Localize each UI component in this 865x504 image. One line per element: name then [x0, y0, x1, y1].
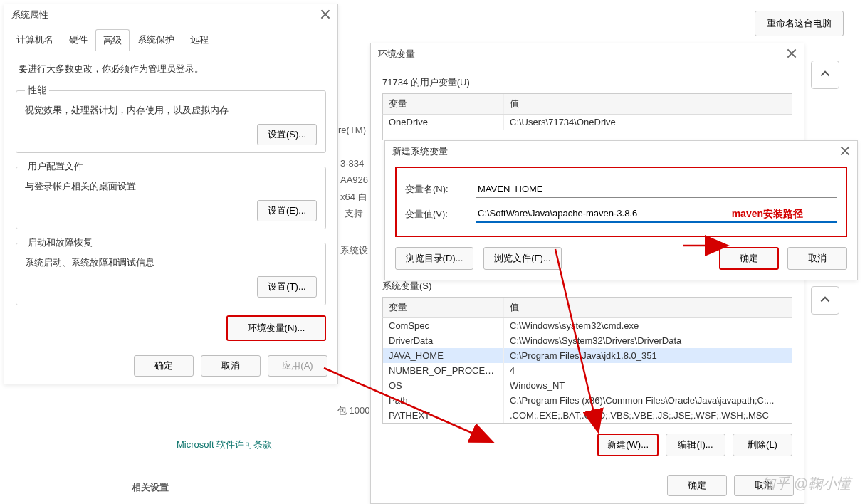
- envdlg-cancel-button[interactable]: 取消: [734, 475, 794, 496]
- env-vars-button[interactable]: 环境变量(N)...: [226, 315, 326, 341]
- col-var: 变量: [383, 94, 504, 114]
- ms-license-link[interactable]: Microsoft 软件许可条款: [177, 439, 272, 451]
- col-val: 值: [504, 298, 792, 317]
- table-row: OSWindows_NT: [383, 378, 792, 393]
- sysprops-ok-button[interactable]: 确定: [134, 355, 194, 377]
- rename-pc-button[interactable]: 重命名这台电脑: [755, 11, 844, 36]
- table-row: PathC:\Program Files (x86)\Common Files\…: [383, 393, 792, 408]
- browse-file-button[interactable]: 浏览文件(F)...: [483, 247, 562, 270]
- tab-remote[interactable]: 远程: [182, 28, 216, 51]
- table-row: JAVA_HOMEC:\Program Files\Java\jdk1.8.0_…: [383, 348, 792, 363]
- envdlg-ok-button[interactable]: 确定: [667, 475, 727, 496]
- performance-group: 性能 视觉效果，处理器计划，内存使用，以及虚拟内存 设置(S)...: [16, 84, 326, 153]
- maven-path-note: maven安装路径: [732, 208, 803, 221]
- sysprops-cancel-button[interactable]: 取消: [201, 355, 261, 377]
- newvar-title: 新建系统变量: [392, 145, 448, 158]
- bg-text: 包 1000: [337, 404, 370, 417]
- table-row: DriverDataC:\Windows\System32\Drivers\Dr…: [383, 333, 792, 348]
- profile-settings-button[interactable]: 设置(E)...: [257, 200, 317, 221]
- startup-title: 启动和故障恢复: [25, 236, 95, 249]
- perf-desc: 视觉效果，处理器计划，内存使用，以及虚拟内存: [25, 104, 317, 117]
- col-var: 变量: [383, 298, 504, 317]
- sysprops-tabs: 计算机名 硬件 高级 系统保护 远程: [4, 28, 337, 51]
- related-settings-label: 相关设置: [132, 481, 169, 494]
- close-icon[interactable]: [787, 48, 797, 61]
- envdlg-title: 环境变量: [378, 48, 415, 61]
- user-table-header: 变量 值: [382, 93, 792, 115]
- user-profile-group: 用户配置文件 与登录帐户相关的桌面设置 设置(E)...: [16, 160, 326, 229]
- tab-computer-name[interactable]: 计算机名: [9, 28, 61, 51]
- bg-text: 系统设: [340, 244, 368, 257]
- table-row: NUMBER_OF_PROCESSORS4: [383, 363, 792, 378]
- user-vars-label: 71734 的用户变量(U): [382, 76, 792, 89]
- sys-new-button[interactable]: 新建(W)...: [597, 434, 659, 456]
- perf-title: 性能: [25, 84, 49, 97]
- sysprops-apply-button[interactable]: 应用(A): [268, 355, 327, 377]
- var-name-label: 变量名(N):: [405, 183, 462, 196]
- table-row: ComSpecC:\Windows\system32\cmd.exe: [383, 318, 792, 333]
- chevron-box-2[interactable]: [811, 286, 839, 315]
- var-value-label: 变量值(V):: [405, 208, 462, 221]
- sysprops-title: 系统属性: [11, 9, 48, 21]
- user-table-body[interactable]: OneDriveC:\Users\71734\OneDrive: [382, 115, 792, 140]
- sys-table-header: 变量 值: [382, 297, 792, 318]
- sys-table-body[interactable]: ComSpecC:\Windows\system32\cmd.exe Drive…: [382, 318, 792, 424]
- bg-text: 3-834: [340, 158, 364, 169]
- profile-desc: 与登录帐户相关的桌面设置: [25, 180, 317, 193]
- sys-vars-label: 系统变量(S): [382, 280, 792, 293]
- tab-advanced[interactable]: 高级: [95, 29, 130, 51]
- tab-hardware[interactable]: 硬件: [61, 28, 95, 51]
- tab-system-protection[interactable]: 系统保护: [130, 28, 182, 51]
- perf-settings-button[interactable]: 设置(S)...: [257, 124, 317, 145]
- admin-note: 要进行大多数更改，你必须作为管理员登录。: [19, 63, 326, 75]
- browse-dir-button[interactable]: 浏览目录(D)...: [395, 247, 473, 270]
- table-row: OneDriveC:\Users\71734\OneDrive: [383, 115, 792, 130]
- startup-settings-button[interactable]: 设置(T)...: [257, 276, 317, 298]
- table-row: PATHEXT.COM;.EXE;.BAT;.CMD;.VBS;.VBE;.JS…: [383, 408, 792, 423]
- close-icon[interactable]: [320, 9, 330, 21]
- newvar-ok-button[interactable]: 确定: [719, 247, 779, 270]
- bg-text: x64 白: [340, 191, 367, 204]
- var-name-input[interactable]: [476, 181, 837, 198]
- close-icon[interactable]: [840, 146, 850, 158]
- bg-text: 支持: [345, 207, 363, 220]
- bg-text: AA926: [340, 174, 368, 185]
- col-val: 值: [504, 94, 792, 114]
- sys-edit-button[interactable]: 编辑(I)...: [666, 434, 725, 456]
- system-properties-window: 系统属性 计算机名 硬件 高级 系统保护 远程 要进行大多数更改，你必须作为管理…: [4, 4, 338, 384]
- newvar-cancel-button[interactable]: 取消: [787, 247, 847, 270]
- bg-text: re(TM): [338, 125, 366, 135]
- profile-title: 用户配置文件: [25, 160, 86, 173]
- sys-delete-button[interactable]: 删除(L): [733, 434, 792, 456]
- startup-group: 启动和故障恢复 系统启动、系统故障和调试信息 设置(T)...: [16, 236, 326, 305]
- chevron-box-1[interactable]: [811, 61, 839, 89]
- startup-desc: 系统启动、系统故障和调试信息: [25, 256, 317, 269]
- new-system-variable-dialog: 新建系统变量 变量名(N): 变量值(V): maven安装路径 浏览目录(D)…: [384, 140, 858, 280]
